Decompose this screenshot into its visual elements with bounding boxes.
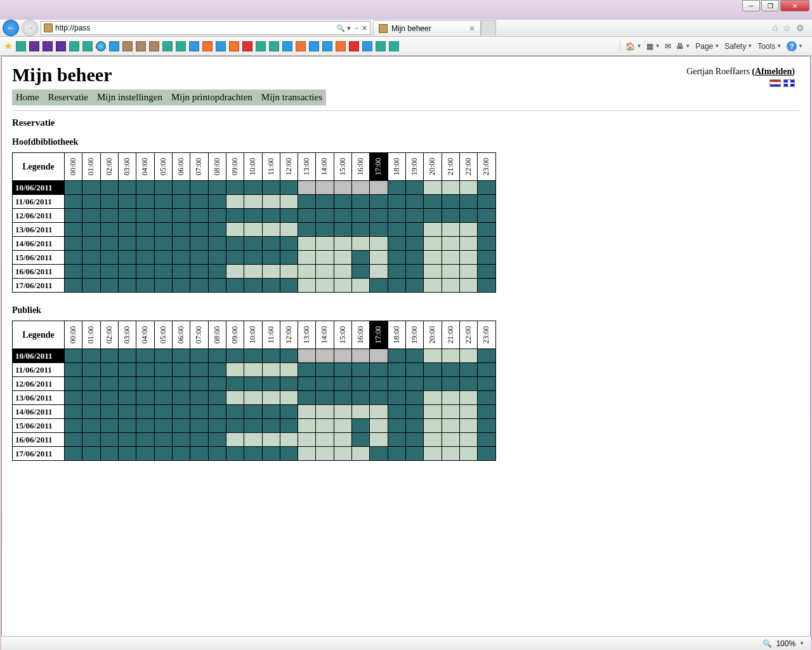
time-slot[interactable] bbox=[442, 447, 459, 461]
browser-tab[interactable]: Mijn beheer ✕ bbox=[373, 20, 481, 36]
time-slot[interactable] bbox=[442, 181, 459, 195]
time-slot[interactable] bbox=[334, 419, 351, 433]
time-slot[interactable] bbox=[298, 405, 316, 419]
time-slot[interactable] bbox=[388, 223, 405, 237]
time-slot[interactable] bbox=[370, 181, 388, 195]
time-slot[interactable] bbox=[136, 363, 154, 377]
time-slot[interactable] bbox=[208, 433, 226, 447]
time-slot[interactable] bbox=[478, 349, 495, 363]
bookmark-icon[interactable] bbox=[136, 41, 146, 51]
time-slot[interactable] bbox=[316, 279, 334, 293]
time-slot[interactable] bbox=[424, 405, 442, 419]
home-icon[interactable]: ⌂ bbox=[773, 23, 778, 34]
time-slot[interactable] bbox=[406, 419, 424, 433]
time-slot[interactable] bbox=[298, 419, 316, 433]
time-slot[interactable] bbox=[100, 377, 118, 391]
time-slot[interactable] bbox=[478, 209, 495, 223]
time-slot[interactable] bbox=[334, 391, 351, 405]
bookmark-icon[interactable] bbox=[16, 41, 26, 51]
time-slot[interactable] bbox=[82, 237, 100, 251]
time-slot[interactable] bbox=[262, 433, 280, 447]
time-slot[interactable] bbox=[100, 181, 118, 195]
time-slot[interactable] bbox=[65, 251, 82, 265]
time-slot[interactable] bbox=[208, 279, 226, 293]
time-slot[interactable] bbox=[244, 251, 262, 265]
time-slot[interactable] bbox=[298, 265, 316, 279]
time-slot[interactable] bbox=[226, 181, 244, 195]
time-slot[interactable] bbox=[226, 391, 244, 405]
time-slot[interactable] bbox=[226, 209, 244, 223]
time-slot[interactable] bbox=[298, 349, 316, 363]
time-slot[interactable] bbox=[119, 447, 136, 461]
time-slot[interactable] bbox=[262, 181, 280, 195]
time-slot[interactable] bbox=[388, 265, 405, 279]
time-slot[interactable] bbox=[370, 195, 388, 209]
time-slot[interactable] bbox=[244, 405, 262, 419]
time-slot[interactable] bbox=[442, 265, 459, 279]
time-slot[interactable] bbox=[190, 265, 208, 279]
time-slot[interactable] bbox=[244, 447, 262, 461]
time-slot[interactable] bbox=[352, 419, 370, 433]
time-slot[interactable] bbox=[298, 391, 316, 405]
time-slot[interactable] bbox=[100, 391, 118, 405]
time-slot[interactable] bbox=[244, 181, 262, 195]
time-slot[interactable] bbox=[226, 419, 244, 433]
time-slot[interactable] bbox=[82, 181, 100, 195]
time-slot[interactable] bbox=[226, 363, 244, 377]
flag-nl-icon[interactable] bbox=[769, 79, 781, 87]
time-slot[interactable] bbox=[460, 209, 478, 223]
bookmark-icon[interactable] bbox=[322, 41, 332, 51]
time-slot[interactable] bbox=[352, 447, 370, 461]
close-button[interactable]: ✕ bbox=[780, 0, 809, 11]
time-slot[interactable] bbox=[460, 223, 478, 237]
time-slot[interactable] bbox=[154, 391, 172, 405]
menu-item[interactable]: Reservatie bbox=[48, 92, 88, 103]
bookmark-icon[interactable] bbox=[362, 41, 372, 51]
time-slot[interactable] bbox=[82, 391, 100, 405]
time-slot[interactable] bbox=[460, 265, 478, 279]
time-slot[interactable] bbox=[65, 237, 82, 251]
time-slot[interactable] bbox=[406, 405, 424, 419]
maximize-button[interactable]: ❐ bbox=[761, 0, 779, 11]
time-slot[interactable] bbox=[65, 419, 82, 433]
time-slot[interactable] bbox=[478, 391, 495, 405]
time-slot[interactable] bbox=[478, 195, 495, 209]
time-slot[interactable] bbox=[370, 419, 388, 433]
time-slot[interactable] bbox=[370, 209, 388, 223]
time-slot[interactable] bbox=[65, 181, 82, 195]
time-slot[interactable] bbox=[190, 391, 208, 405]
time-slot[interactable] bbox=[316, 237, 334, 251]
cmd-help[interactable]: ?▼ bbox=[787, 41, 803, 51]
time-slot[interactable] bbox=[65, 209, 82, 223]
time-slot[interactable] bbox=[119, 363, 136, 377]
time-slot[interactable] bbox=[424, 419, 442, 433]
time-slot[interactable] bbox=[460, 195, 478, 209]
time-slot[interactable] bbox=[280, 181, 298, 195]
time-slot[interactable] bbox=[280, 265, 298, 279]
menu-item[interactable]: Mijn printopdrachten bbox=[171, 92, 252, 103]
time-slot[interactable] bbox=[370, 279, 388, 293]
time-slot[interactable] bbox=[316, 391, 334, 405]
time-slot[interactable] bbox=[334, 251, 351, 265]
time-slot[interactable] bbox=[119, 209, 136, 223]
time-slot[interactable] bbox=[173, 251, 190, 265]
time-slot[interactable] bbox=[190, 447, 208, 461]
bookmark-icon[interactable] bbox=[376, 41, 386, 51]
time-slot[interactable] bbox=[226, 279, 244, 293]
time-slot[interactable] bbox=[280, 377, 298, 391]
time-slot[interactable] bbox=[370, 265, 388, 279]
address-bar[interactable]: http://pass 🔍 ▾ → ✕ bbox=[41, 21, 370, 35]
time-slot[interactable] bbox=[352, 181, 370, 195]
time-slot[interactable] bbox=[262, 349, 280, 363]
time-slot[interactable] bbox=[119, 391, 136, 405]
flag-uk-icon[interactable] bbox=[783, 79, 795, 87]
time-slot[interactable] bbox=[65, 349, 82, 363]
bookmark-icon[interactable] bbox=[216, 41, 226, 51]
time-slot[interactable] bbox=[173, 349, 190, 363]
time-slot[interactable] bbox=[154, 181, 172, 195]
time-slot[interactable] bbox=[173, 181, 190, 195]
time-slot[interactable] bbox=[478, 237, 495, 251]
time-slot[interactable] bbox=[244, 349, 262, 363]
time-slot[interactable] bbox=[460, 349, 478, 363]
time-slot[interactable] bbox=[406, 363, 424, 377]
